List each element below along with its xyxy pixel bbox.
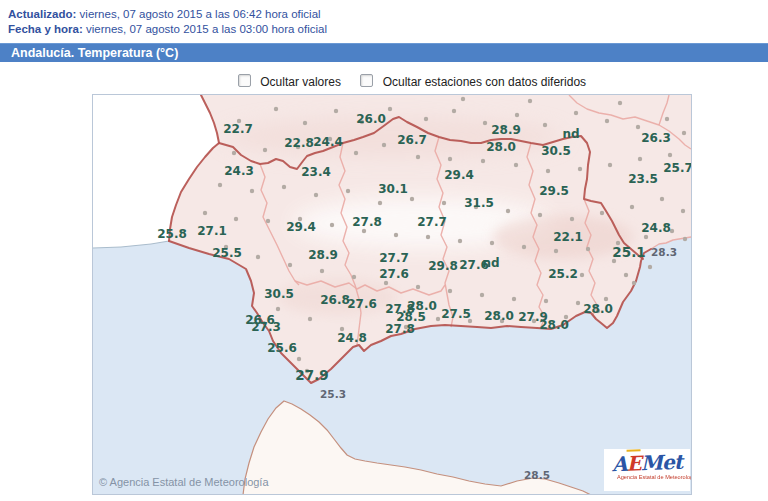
station-dot — [480, 293, 484, 297]
station-dot — [308, 317, 312, 321]
station-dot — [297, 357, 301, 361]
station-temp-label: 30.1 — [378, 182, 408, 196]
station-dot — [605, 119, 609, 123]
hide-deferred-checkbox[interactable] — [360, 74, 373, 87]
station-dot — [352, 275, 356, 279]
station-dot — [682, 131, 686, 135]
hide-values-label[interactable]: Ocultar valores — [260, 75, 341, 89]
aemet-logo: AEMet Agencia Estatal de Meteorología — [604, 449, 690, 491]
station-dot — [436, 317, 440, 321]
station-temp-label: 22.1 — [553, 230, 583, 244]
datetime-label: Fecha y hora: — [8, 23, 83, 35]
update-info: Actualizado: viernes, 07 agosto 2015 a l… — [0, 0, 768, 37]
station-dot — [320, 269, 324, 273]
logo-letters-met: Met — [640, 450, 682, 475]
station-temp-label: 28.9 — [491, 123, 521, 137]
station-temp-label: 25.2 — [548, 267, 578, 281]
station-dot — [570, 217, 574, 221]
station-dot — [512, 297, 516, 301]
station-temp-label: 24.3 — [224, 164, 254, 178]
station-dot — [660, 197, 664, 201]
station-dot — [636, 125, 640, 129]
station-temp-label: 22.8 — [284, 136, 314, 150]
hide-values-checkbox[interactable] — [238, 74, 251, 87]
station-dot — [630, 205, 634, 209]
station-temp-label: 27.6 — [347, 297, 377, 311]
station-temp-label: 25.6 — [267, 341, 297, 355]
station-dot — [378, 201, 382, 205]
station-temp-label: 23.5 — [628, 172, 658, 186]
station-temp-label: 31.5 — [464, 196, 494, 210]
station-temp-label: 26.7 — [397, 133, 427, 147]
station-dot — [274, 107, 278, 111]
station-dot — [203, 211, 207, 215]
station-dot — [234, 217, 238, 221]
station-temp-label: 25.7 — [663, 161, 691, 175]
station-dot — [522, 245, 526, 249]
station-temp-label: 30.5 — [541, 144, 571, 158]
station-temp-label: 26.0 — [356, 112, 386, 126]
station-dot — [644, 235, 648, 239]
station-dot — [282, 185, 286, 189]
station-temp-label: 27.5 — [441, 307, 471, 321]
station-dot — [218, 183, 222, 187]
station-dot — [442, 201, 446, 205]
station-dot — [276, 307, 280, 311]
map-controls: Ocultar valores Ocultar estaciones con d… — [0, 74, 768, 89]
station-dot — [266, 219, 270, 223]
station-dot — [452, 109, 456, 113]
station-temp-label: 26.3 — [641, 131, 671, 145]
copyright-notice: © Agencia Estatal de Meteorología — [99, 476, 269, 488]
station-temp-label: 28.9 — [308, 248, 338, 262]
station-temp-label: 28.0 — [484, 309, 514, 323]
station-dot — [416, 155, 420, 159]
updated-label: Actualizado: — [8, 8, 76, 20]
station-temp-label: 28.0 — [583, 302, 613, 316]
station-temp-label: 26.8 — [320, 293, 350, 307]
station-dot — [461, 97, 465, 101]
station-temp-label: 25.5 — [212, 246, 242, 260]
station-dot — [600, 211, 604, 215]
temperature-map: 22.726.022.824.426.728.928.0nd30.526.324… — [92, 94, 692, 495]
station-temp-label: 27.7 — [379, 251, 409, 265]
station-dot — [314, 193, 318, 197]
station-dot — [384, 281, 388, 285]
logo-letter-e: E — [626, 449, 641, 475]
map-image: 22.726.022.824.426.728.928.0nd30.526.324… — [93, 95, 691, 494]
updated-value: viernes, 07 agosto 2015 a las 06:42 hora… — [76, 8, 320, 20]
station-dot — [346, 189, 350, 193]
station-dot — [576, 301, 580, 305]
station-dot — [382, 143, 386, 147]
station-dot — [303, 121, 307, 125]
station-dot — [506, 209, 510, 213]
station-dot — [538, 213, 542, 217]
station-temp-label: 27.8 — [385, 322, 415, 336]
station-dot — [608, 163, 612, 167]
station-dot — [263, 148, 267, 152]
station-dot — [410, 197, 414, 201]
station-temp-label: 23.4 — [301, 165, 331, 179]
station-dot — [638, 157, 642, 161]
hide-deferred-label[interactable]: Ocultar estaciones con datos diferidos — [383, 75, 586, 89]
station-dot — [416, 285, 420, 289]
station-dot — [681, 209, 685, 213]
station-dot — [578, 167, 582, 171]
station-dot — [334, 109, 338, 113]
station-dot — [514, 163, 518, 167]
station-temp-label: 30.5 — [264, 287, 294, 301]
station-dot — [250, 189, 254, 193]
station-dot — [424, 117, 428, 121]
station-temp-label: 27.1 — [197, 224, 227, 238]
deferred-station-temp-label: 28.5 — [524, 469, 550, 481]
station-dot — [574, 111, 578, 115]
station-dot — [458, 239, 462, 243]
station-temp-label: 28.0 — [539, 318, 569, 332]
station-dot — [544, 299, 548, 303]
station-dot — [580, 273, 584, 277]
station-temp-label: 27.8 — [352, 215, 382, 229]
station-dot — [330, 223, 334, 227]
station-dot — [632, 281, 636, 285]
station-temp-label: nd — [562, 127, 579, 141]
station-temp-label: 24.4 — [313, 135, 343, 149]
station-dot — [624, 273, 628, 277]
